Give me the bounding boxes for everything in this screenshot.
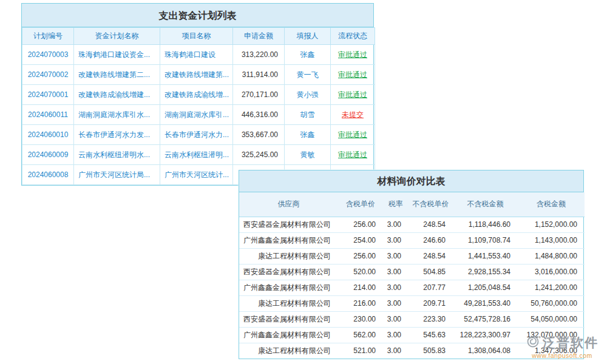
tax-rate-cell: 3.00 bbox=[383, 232, 409, 248]
taxed-price-cell: 216.00 bbox=[338, 295, 383, 311]
plan-id-link[interactable]: 2024060008 bbox=[22, 165, 74, 185]
taxed-price-cell: 521.00 bbox=[338, 343, 383, 359]
fund-name-link[interactable]: 云南水利枢纽潜明水... bbox=[74, 145, 160, 165]
plan-id-link[interactable]: 2024070001 bbox=[22, 85, 74, 105]
project-name-link[interactable]: 长春市伊通河水力... bbox=[160, 125, 233, 145]
untaxed-amount-cell: 2,928,155.34 bbox=[453, 264, 518, 280]
taxed-amount-cell: 54,050,000.00 bbox=[518, 311, 585, 327]
fund-name-link[interactable]: 改建铁路线增建第二... bbox=[74, 65, 160, 85]
apply-amount-cell: 270,171.00 bbox=[233, 85, 285, 105]
untaxed-price-cell: 505.83 bbox=[409, 343, 453, 359]
taxed-price-cell: 256.00 bbox=[338, 217, 383, 232]
supplier-link[interactable]: 康达工程材料有限公司 bbox=[239, 343, 338, 359]
filler-cell: 黄敏 bbox=[285, 145, 331, 165]
expenditure-plan-panel: 支出资金计划列表 计划编号 资金计划名称 项目名称 申请金额 填报人 流程状态 … bbox=[21, 3, 374, 186]
untaxed-price-cell: 207.77 bbox=[409, 280, 453, 295]
plan-table-row[interactable]: 2024070001 改建铁路成渝线增建... 改建铁路成渝线增... 270,… bbox=[22, 85, 375, 105]
material-table-row[interactable]: 康达工程材料有限公司 216.00 3.00 209.71 49,281,553… bbox=[239, 295, 585, 311]
plan-table-row[interactable]: 2024070002 改建铁路线增建第二... 改建铁路线增建第... 311,… bbox=[22, 65, 375, 85]
project-name-link[interactable]: 改建铁路线增建第... bbox=[160, 65, 233, 85]
apply-amount-cell: 325,245.00 bbox=[233, 145, 285, 165]
project-name-link[interactable]: 珠海鹤港口建设 bbox=[160, 45, 233, 65]
apply-amount-cell: 446,316.00 bbox=[233, 105, 285, 125]
taxed-amount-cell: 1,241,200.00 bbox=[518, 280, 585, 295]
tax-rate-cell: 3.00 bbox=[383, 327, 409, 343]
apply-amount-cell: 353,667.00 bbox=[233, 125, 285, 145]
plan-table-row[interactable]: 2024060010 长春市伊通河水力发... 长春市伊通河水力... 353,… bbox=[22, 125, 375, 145]
supplier-link[interactable]: 广州鑫鑫金属材料有限公司 bbox=[239, 327, 338, 343]
project-name-link[interactable]: 改建铁路成渝线增... bbox=[160, 85, 233, 105]
plan-table-row[interactable]: 2024060009 云南水利枢纽潜明水... 云南水利枢纽潜明... 325,… bbox=[22, 145, 375, 165]
filler-cell: 张鑫 bbox=[285, 45, 331, 65]
fund-name-link[interactable]: 湖南洞庭湖水库引水... bbox=[74, 105, 160, 125]
plan-id-link[interactable]: 2024070003 bbox=[22, 45, 74, 65]
untaxed-price-cell: 504.85 bbox=[409, 264, 453, 280]
supplier-link[interactable]: 康达工程材料有限公司 bbox=[239, 248, 338, 264]
taxed-amount-cell: 3,016,000.00 bbox=[518, 264, 585, 280]
col-tax-rate: 税率 bbox=[383, 192, 409, 217]
plan-table-row[interactable]: 2024070003 珠海鹤港口建设资金... 珠海鹤港口建设 313,220.… bbox=[22, 45, 375, 65]
status-link[interactable]: 审批通过 bbox=[331, 65, 375, 85]
expenditure-plan-table: 计划编号 资金计划名称 项目名称 申请金额 填报人 流程状态 202407000… bbox=[22, 27, 375, 185]
plan-table-row[interactable]: 2024060011 湖南洞庭湖水库引水... 湖南洞庭湖水库引... 446,… bbox=[22, 105, 375, 125]
project-name-link[interactable]: 湖南洞庭湖水库引... bbox=[160, 105, 233, 125]
col-filler: 填报人 bbox=[285, 28, 331, 45]
taxed-price-cell: 254.00 bbox=[338, 232, 383, 248]
col-supplier: 供应商 bbox=[239, 192, 338, 217]
fund-name-link[interactable]: 广州市天河区统计局... bbox=[74, 165, 160, 185]
col-project-name: 项目名称 bbox=[160, 28, 233, 45]
taxed-amount-cell: 1,484,800.00 bbox=[518, 248, 585, 264]
col-untaxed-amount: 不含税金额 bbox=[453, 192, 518, 217]
tax-rate-cell: 3.00 bbox=[383, 280, 409, 295]
material-inquiry-panel: 材料询价对比表 供应商 含税单价 税率 不含税单价 不含税金额 含税金额 西安盛… bbox=[239, 170, 584, 359]
fund-name-link[interactable]: 珠海鹤港口建设资金... bbox=[74, 45, 160, 65]
col-apply-amount: 申请金额 bbox=[233, 28, 285, 45]
status-link[interactable]: 审批通过 bbox=[331, 85, 375, 105]
plan-id-link[interactable]: 2024060009 bbox=[22, 145, 74, 165]
untaxed-price-cell: 545.63 bbox=[409, 327, 453, 343]
material-table-row[interactable]: 康达工程材料有限公司 256.00 3.00 248.54 1,441,553.… bbox=[239, 248, 585, 264]
untaxed-amount-cell: 52,475,728.16 bbox=[453, 311, 518, 327]
project-name-link[interactable]: 云南水利枢纽潜明... bbox=[160, 145, 233, 165]
taxed-price-cell: 256.00 bbox=[338, 248, 383, 264]
material-table-row[interactable]: 广州鑫鑫金属材料有限公司 214.00 3.00 207.77 1,205,04… bbox=[239, 280, 585, 295]
tax-rate-cell: 3.00 bbox=[383, 311, 409, 327]
filler-cell: 黄一飞 bbox=[285, 65, 331, 85]
supplier-link[interactable]: 西安盛器金属材料有限公司 bbox=[239, 311, 338, 327]
col-taxed-amount: 含税金额 bbox=[518, 192, 585, 217]
supplier-link[interactable]: 广州鑫鑫金属材料有限公司 bbox=[239, 280, 338, 295]
status-link[interactable]: 审批通过 bbox=[331, 145, 375, 165]
untaxed-amount-cell: 1,205,048.54 bbox=[453, 280, 518, 295]
project-name-link[interactable]: 广州市天河区统计... bbox=[160, 165, 233, 185]
material-table-row[interactable]: 广州鑫鑫金属材料有限公司 254.00 3.00 246.60 1,109,70… bbox=[239, 232, 585, 248]
col-fund-name: 资金计划名称 bbox=[74, 28, 160, 45]
supplier-link[interactable]: 西安盛器金属材料有限公司 bbox=[239, 264, 338, 280]
supplier-link[interactable]: 康达工程材料有限公司 bbox=[239, 295, 338, 311]
status-link[interactable]: 未提交 bbox=[331, 105, 375, 125]
taxed-price-cell: 230.00 bbox=[338, 311, 383, 327]
material-inquiry-title: 材料询价对比表 bbox=[239, 170, 583, 192]
material-table-row[interactable]: 西安盛器金属材料有限公司 256.00 3.00 248.54 1,118,44… bbox=[239, 217, 585, 232]
material-table-row[interactable]: 西安盛器金属材料有限公司 230.00 3.00 223.30 52,475,7… bbox=[239, 311, 585, 327]
fund-name-link[interactable]: 改建铁路成渝线增建... bbox=[74, 85, 160, 105]
supplier-link[interactable]: 西安盛器金属材料有限公司 bbox=[239, 217, 338, 232]
taxed-price-cell: 214.00 bbox=[338, 280, 383, 295]
untaxed-amount-cell: 1,109,708.74 bbox=[453, 232, 518, 248]
untaxed-price-cell: 209.71 bbox=[409, 295, 453, 311]
untaxed-price-cell: 248.54 bbox=[409, 248, 453, 264]
tax-rate-cell: 3.00 bbox=[383, 248, 409, 264]
plan-id-link[interactable]: 2024060010 bbox=[22, 125, 74, 145]
untaxed-amount-cell: 1,118,446.60 bbox=[453, 217, 518, 232]
supplier-link[interactable]: 广州鑫鑫金属材料有限公司 bbox=[239, 232, 338, 248]
plan-id-link[interactable]: 2024070002 bbox=[22, 65, 74, 85]
status-link[interactable]: 审批通过 bbox=[331, 125, 375, 145]
material-header-row: 供应商 含税单价 税率 不含税单价 不含税金额 含税金额 bbox=[239, 192, 585, 217]
tax-rate-cell: 3.00 bbox=[383, 217, 409, 232]
status-link[interactable]: 审批通过 bbox=[331, 45, 375, 65]
material-table-row[interactable]: 西安盛器金属材料有限公司 520.00 3.00 504.85 2,928,15… bbox=[239, 264, 585, 280]
filler-cell: 张鑫 bbox=[285, 125, 331, 145]
watermark-url: www.fanpusoft.com bbox=[526, 352, 599, 359]
plan-id-link[interactable]: 2024060011 bbox=[22, 105, 74, 125]
fund-name-link[interactable]: 长春市伊通河水力发... bbox=[74, 125, 160, 145]
untaxed-price-cell: 248.54 bbox=[409, 217, 453, 232]
